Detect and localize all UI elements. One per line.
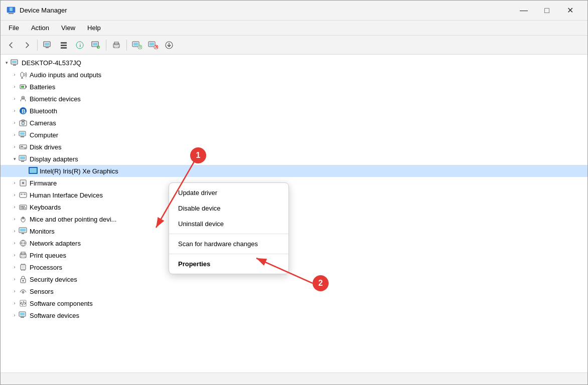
security-expand[interactable]: › (11, 275, 19, 283)
svg-rect-67 (22, 206, 23, 207)
tree-item-computer[interactable]: › Computer (1, 129, 587, 141)
computer-icon (19, 130, 28, 139)
minimize-button[interactable]: — (512, 3, 535, 19)
menu-file[interactable]: File (4, 22, 24, 34)
menu-help[interactable]: Help (82, 22, 106, 34)
bluetooth-expand[interactable]: › (11, 107, 19, 115)
forward-button[interactable] (20, 38, 35, 52)
print-icon (19, 251, 28, 260)
svg-rect-66 (21, 206, 22, 207)
print-button[interactable] (109, 38, 124, 52)
svg-rect-85 (22, 266, 25, 269)
ctx-properties[interactable]: Properties (169, 256, 288, 272)
tree-item-keyboards[interactable]: › Keyboards (1, 201, 587, 213)
close-button[interactable]: ✕ (558, 3, 581, 19)
maximize-button[interactable]: □ (535, 3, 558, 19)
tree-label-softdev: Software devices (30, 312, 79, 319)
back-button[interactable] (4, 38, 19, 52)
tree-item-hid[interactable]: › Human Interface Devices (1, 189, 587, 201)
tree-item-processors[interactable]: › Processors (1, 261, 587, 273)
print-expand[interactable]: › (11, 251, 19, 259)
hid-expand[interactable]: › (11, 191, 19, 199)
biometric-expand[interactable]: › (11, 95, 19, 103)
monitors-expand[interactable]: › (11, 227, 19, 235)
ctx-update-driver[interactable]: Update driver (169, 185, 288, 201)
svg-rect-4 (45, 43, 49, 46)
ctx-divider-2 (169, 254, 288, 254)
sep2 (106, 40, 106, 51)
tree-item-sensors[interactable]: › Sensors (1, 285, 587, 297)
mice-expand[interactable]: › (11, 215, 19, 223)
tree-item-softcomp[interactable]: › Software components (1, 297, 587, 309)
tree-label-network: Network adapters (30, 240, 81, 247)
sensors-expand[interactable]: › (11, 287, 19, 295)
svg-rect-1 (9, 13, 14, 14)
ctx-scan-hardware[interactable]: Scan for hardware changes (169, 236, 288, 252)
remove-button[interactable]: × (145, 38, 161, 52)
menu-view[interactable]: View (56, 22, 80, 34)
softdev-icon (19, 311, 28, 320)
list-button[interactable] (56, 38, 71, 52)
tree-item-softdev[interactable]: › Software devices (1, 309, 587, 321)
svg-point-32 (21, 72, 24, 77)
device-tree[interactable]: ▾ DESKTOP-4L537JQ › (1, 55, 587, 372)
tree-label-biometric: Biometric devices (30, 95, 81, 103)
tree-item-firmware[interactable]: › Firmware (1, 177, 587, 189)
tree-item-diskdrives[interactable]: › Disk drives (1, 141, 587, 153)
tree-label-batteries: Batteries (30, 83, 55, 91)
svg-rect-63 (21, 194, 23, 195)
download-button[interactable] (162, 38, 177, 52)
tree-item-print[interactable]: › Print queues (1, 249, 587, 261)
batteries-expand[interactable]: › (11, 83, 19, 91)
tree-item-biometric[interactable]: › Biometric devices (1, 93, 587, 105)
tree-label-softcomp: Software components (30, 300, 93, 307)
svg-rect-70 (22, 208, 24, 209)
softdev-expand[interactable]: › (11, 311, 19, 319)
scan-hardware-btn[interactable]: + (88, 38, 103, 52)
cameras-expand[interactable]: › (11, 119, 19, 127)
device-manager-window: Device Manager — □ ✕ File Action View He… (0, 0, 588, 385)
firmware-expand[interactable]: › (11, 179, 19, 187)
tree-item-bluetooth[interactable]: › B Bluetooth (1, 105, 587, 117)
window-title: Device Manager (20, 7, 512, 14)
tree-item-monitors[interactable]: › Monitors (1, 225, 587, 237)
device-manager-toolbar-btn[interactable] (40, 38, 55, 52)
ctx-uninstall-device[interactable]: Uninstall device (169, 216, 288, 232)
ctx-disable-device[interactable]: Disable device (169, 201, 288, 216)
tree-item-audio[interactable]: › Audio inputs and outputs (1, 69, 587, 81)
computer-expand[interactable]: › (11, 131, 19, 139)
svg-rect-99 (21, 317, 24, 318)
svg-point-95 (23, 292, 24, 293)
svg-text:×: × (155, 44, 158, 49)
biometric-icon (19, 94, 28, 103)
tree-item-security[interactable]: › Security devices (1, 273, 587, 285)
svg-text:+: + (98, 45, 100, 49)
add-button[interactable]: + (129, 38, 144, 52)
tree-item-cameras[interactable]: › Cameras (1, 117, 587, 129)
properties-toolbar-btn[interactable]: i (72, 38, 87, 52)
tree-item-batteries[interactable]: › Batteries (1, 81, 587, 93)
svg-rect-9 (61, 45, 67, 46)
svg-rect-52 (21, 146, 23, 147)
keyboards-expand[interactable]: › (11, 203, 19, 211)
svg-rect-47 (20, 132, 25, 135)
tree-label-keyboards: Keyboards (30, 204, 61, 211)
menu-action[interactable]: Action (26, 22, 54, 34)
svg-rect-68 (24, 206, 25, 207)
display-icon (19, 154, 28, 163)
processors-expand[interactable]: › (11, 263, 19, 271)
tree-item-mice[interactable]: › Mice and other pointing devi... (1, 213, 587, 225)
display-expand[interactable]: ▾ (11, 155, 19, 163)
softcomp-expand[interactable]: › (11, 299, 19, 307)
svg-rect-2 (10, 8, 13, 11)
tree-label-intel: Intel(R) Iris(R) Xe Graphics (40, 167, 118, 175)
firmware-icon (19, 178, 28, 187)
audio-expand[interactable]: › (11, 71, 19, 79)
root-expand[interactable]: ▾ (3, 59, 11, 67)
tree-item-network[interactable]: › Network adapters (1, 237, 587, 249)
root-item[interactable]: ▾ DESKTOP-4L537JQ (1, 57, 587, 69)
network-expand[interactable]: › (11, 239, 19, 247)
tree-item-intel[interactable]: Intel(R) Iris(R) Xe Graphics (1, 165, 587, 177)
tree-item-display[interactable]: ▾ Display adapters (1, 153, 587, 165)
diskdrives-expand[interactable]: › (11, 143, 19, 151)
